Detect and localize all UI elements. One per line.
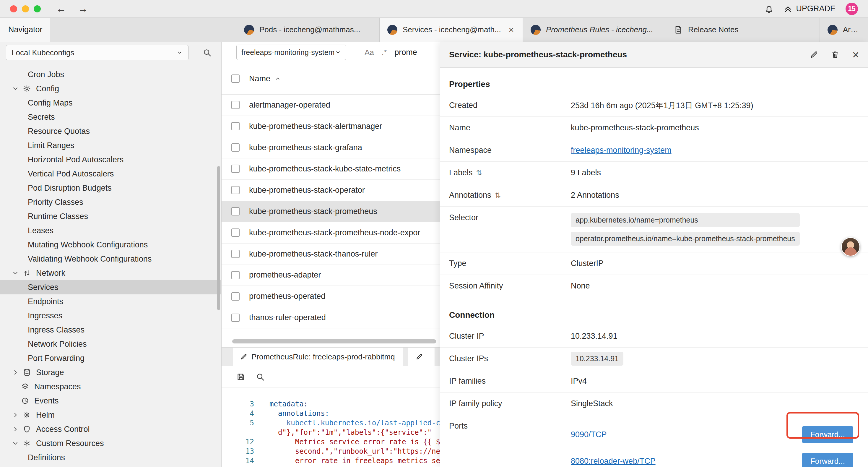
sidebar-item-validating-webhook-configurations[interactable]: Validating Webhook Configurations bbox=[0, 252, 221, 266]
row-checkbox[interactable] bbox=[231, 229, 240, 237]
shield-icon bbox=[23, 425, 36, 433]
forward-icon[interactable]: → bbox=[78, 3, 88, 14]
cluster-ip-row: Cluster IP 10.233.14.91 bbox=[440, 325, 868, 348]
user-avatar[interactable] bbox=[841, 237, 860, 256]
network-updown-icon bbox=[23, 269, 36, 277]
sidebar-item-network-policies[interactable]: Network Policies bbox=[0, 337, 221, 351]
upgrade-label: UPGRADE bbox=[796, 4, 836, 13]
selector-chip: operator.prometheus.io/name=kube-prometh… bbox=[571, 232, 800, 245]
close-window-button[interactable] bbox=[10, 5, 17, 12]
row-checkbox[interactable] bbox=[231, 101, 240, 109]
expand-toggle-icon[interactable]: ⇅ bbox=[495, 191, 501, 200]
sidebar-item-horizontal-pod-autoscalers[interactable]: Horizontal Pod Autoscalers bbox=[0, 152, 221, 167]
expand-toggle-icon[interactable]: ⇅ bbox=[476, 169, 482, 177]
sidebar-item-config-maps[interactable]: Config Maps bbox=[0, 96, 221, 110]
sort-ascending-icon[interactable] bbox=[275, 76, 281, 82]
line-number: 5 bbox=[222, 418, 254, 428]
code-text: Metrics service error rate is {{ $va bbox=[270, 437, 449, 447]
upgrade-button[interactable]: UPGRADE bbox=[783, 4, 836, 13]
sidebar-item-endpoints[interactable]: Endpoints bbox=[0, 294, 221, 309]
sidebar-item-namespaces[interactable]: Namespaces bbox=[0, 380, 221, 394]
horizontal-scrollbar[interactable] bbox=[232, 339, 436, 344]
row-checkbox[interactable] bbox=[231, 143, 240, 152]
sidebar-item-helm[interactable]: Helm bbox=[0, 408, 221, 422]
sidebar-item-leases[interactable]: Leases bbox=[0, 224, 221, 238]
row-checkbox[interactable] bbox=[231, 207, 240, 215]
name-column-header[interactable]: Name bbox=[249, 74, 270, 83]
sidebar-item-events[interactable]: Events bbox=[0, 394, 221, 408]
code-text: second.","runbook_url":"https://net bbox=[270, 447, 444, 456]
match-case-toggle[interactable]: Aa bbox=[365, 48, 374, 57]
back-icon[interactable]: ← bbox=[56, 3, 66, 14]
editor-tab-prometheusrule[interactable]: PrometheusRule: freeleaps-prod-rabbitmq bbox=[232, 348, 403, 366]
sidebar-item-cron-jobs[interactable]: Cron Jobs bbox=[0, 67, 221, 82]
search-icon[interactable] bbox=[203, 48, 212, 57]
maximize-window-button[interactable] bbox=[34, 5, 41, 12]
sidebar-item-ingress-classes[interactable]: Ingress Classes bbox=[0, 323, 221, 337]
sidebar-item-port-forwarding[interactable]: Port Forwarding bbox=[0, 351, 221, 365]
namespace-link[interactable]: freeleaps-monitoring-system bbox=[571, 146, 672, 155]
namespace-select[interactable]: freeleaps-monitoring-system bbox=[236, 45, 346, 60]
sidebar-item-config[interactable]: Config bbox=[0, 82, 221, 96]
tab-pods[interactable]: Pods - icecheng@mathmas... bbox=[236, 18, 380, 42]
sidebar-item-pod-disruption-budgets[interactable]: Pod Disruption Budgets bbox=[0, 181, 221, 195]
sidebar-item-priority-classes[interactable]: Priority Classes bbox=[0, 195, 221, 209]
sidebar-item-storage[interactable]: Storage bbox=[0, 365, 221, 380]
regex-toggle[interactable]: .* bbox=[382, 48, 387, 57]
port-link[interactable]: 9090/TCP bbox=[571, 430, 607, 439]
sidebar-item-services[interactable]: Services bbox=[0, 280, 221, 294]
tab-argo[interactable]: Argo Se... bbox=[820, 18, 868, 42]
forward-button[interactable]: Forward... bbox=[802, 453, 853, 467]
upgrade-icon bbox=[783, 4, 793, 13]
cluster-icon bbox=[828, 25, 838, 35]
sidebar-item-vertical-pod-autoscalers[interactable]: Vertical Pod Autoscalers bbox=[0, 167, 221, 181]
sidebar-item-definitions[interactable]: Definitions bbox=[0, 450, 221, 465]
chevron-down-icon bbox=[12, 440, 23, 447]
tab-services[interactable]: Services - icecheng@math... × bbox=[380, 18, 523, 42]
sidebar-item-limit-ranges[interactable]: Limit Ranges bbox=[0, 138, 221, 152]
sidebar-scrollbar[interactable] bbox=[217, 166, 220, 310]
sidebar-item-access-control[interactable]: Access Control bbox=[0, 422, 221, 436]
sidebar-item-resource-quotas[interactable]: Resource Quotas bbox=[0, 124, 221, 138]
minimize-window-button[interactable] bbox=[22, 5, 29, 12]
gear-icon bbox=[23, 85, 36, 92]
sidebar-item-mutating-webhook-configurations[interactable]: Mutating Webhook Configurations bbox=[0, 238, 221, 252]
bell-icon[interactable] bbox=[765, 4, 773, 13]
save-icon[interactable] bbox=[236, 372, 245, 381]
sidebar-item-secrets[interactable]: Secrets bbox=[0, 110, 221, 124]
chevron-down-icon bbox=[335, 49, 341, 56]
editor-tab-partial[interactable] bbox=[408, 348, 435, 366]
port-link[interactable]: 8080:reloader-web/TCP bbox=[571, 457, 656, 466]
row-checkbox[interactable] bbox=[231, 292, 240, 300]
row-checkbox[interactable] bbox=[231, 165, 240, 173]
navigator-sidebar: Local Kubeconfigs Cron Jobs Config Confi… bbox=[0, 42, 222, 467]
trash-icon[interactable] bbox=[831, 51, 839, 59]
row-checkbox[interactable] bbox=[231, 250, 240, 258]
row-checkbox[interactable] bbox=[231, 122, 240, 130]
cluster-ip-chip: 10.233.14.91 bbox=[571, 352, 623, 366]
row-checkbox[interactable] bbox=[231, 186, 240, 194]
select-all-checkbox[interactable] bbox=[231, 75, 240, 83]
chevron-down-icon bbox=[12, 85, 23, 92]
drawer-body: Properties Created 253d 16h 6m ago (2025… bbox=[440, 68, 868, 467]
selector-chip: app.kubernetes.io/name=prometheus bbox=[571, 213, 800, 227]
tab-release-notes[interactable]: Release Notes bbox=[666, 18, 820, 42]
list-search-input[interactable] bbox=[395, 48, 436, 57]
sidebar-item-custom-resources[interactable]: Custom Resources bbox=[0, 436, 221, 450]
forward-button[interactable]: Forward... bbox=[802, 426, 853, 443]
sidebar-item-network[interactable]: Network bbox=[0, 266, 221, 280]
chevron-right-icon bbox=[12, 426, 23, 433]
sidebar-item-runtime-classes[interactable]: Runtime Classes bbox=[0, 209, 221, 224]
sidebar-item-ingresses[interactable]: Ingresses bbox=[0, 309, 221, 323]
row-checkbox[interactable] bbox=[231, 271, 240, 279]
kubeconfig-select[interactable]: Local Kubeconfigs bbox=[6, 45, 188, 60]
row-checkbox[interactable] bbox=[231, 314, 240, 322]
notification-badge[interactable]: 15 bbox=[845, 3, 858, 15]
cluster-icon bbox=[387, 25, 397, 35]
close-icon[interactable]: × bbox=[852, 49, 859, 61]
search-icon[interactable] bbox=[256, 372, 265, 381]
cluster-icon bbox=[244, 25, 254, 35]
close-tab-icon[interactable]: × bbox=[509, 25, 514, 35]
tab-prometheus-rules[interactable]: Prometheus Rules - icecheng... bbox=[523, 18, 666, 42]
edit-icon[interactable] bbox=[810, 51, 818, 59]
